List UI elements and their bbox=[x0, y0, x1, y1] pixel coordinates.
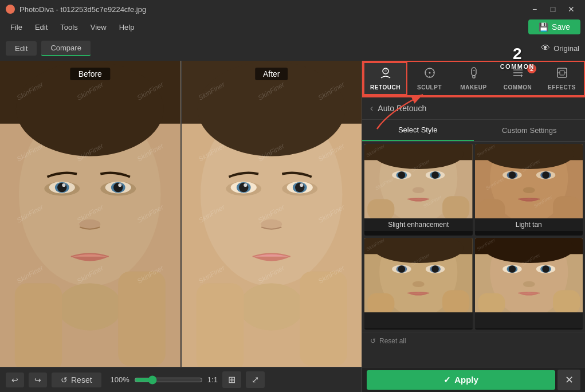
sculpt-icon bbox=[423, 66, 436, 82]
svg-point-16 bbox=[57, 283, 122, 330]
svg-point-32 bbox=[244, 183, 247, 187]
fullscreen-button[interactable]: ⤢ bbox=[246, 371, 265, 388]
undo-button[interactable]: ↩ bbox=[6, 373, 24, 387]
svg-point-99 bbox=[398, 265, 406, 273]
common-icon bbox=[512, 66, 524, 82]
sub-tabs: Select Style Custom Settings bbox=[362, 120, 585, 142]
menu-edit[interactable]: Edit bbox=[29, 21, 53, 34]
save-label: Save bbox=[552, 22, 570, 32]
titlebar-left: PhotoDiva - t012253d5c7e9224cfe.jpg bbox=[6, 5, 146, 14]
menu-view[interactable]: View bbox=[85, 21, 112, 34]
original-label: Original bbox=[553, 44, 579, 53]
svg-point-83 bbox=[542, 171, 549, 179]
select-style-tab[interactable]: Select Style bbox=[362, 120, 474, 141]
style-card-glamour[interactable]: SkinFiner SkinFiner bbox=[475, 238, 583, 330]
apply-bar: ✓ Apply ✕ bbox=[362, 367, 585, 392]
panel-content: ‹ Auto Retouch Select Style Custom Setti… bbox=[362, 97, 585, 367]
svg-point-100 bbox=[431, 265, 439, 273]
svg-rect-45 bbox=[472, 68, 476, 76]
svg-rect-37 bbox=[196, 283, 243, 367]
svg-rect-54 bbox=[560, 70, 564, 75]
svg-point-11 bbox=[57, 183, 66, 192]
reset-icon: ↺ bbox=[61, 375, 68, 385]
before-panel: Before bbox=[0, 61, 180, 367]
common-label: COMMON bbox=[504, 84, 532, 91]
svg-point-12 bbox=[113, 183, 123, 192]
svg-point-65 bbox=[398, 171, 406, 179]
toolbar-right: 👁 Original bbox=[541, 43, 579, 53]
minimize-button[interactable]: − bbox=[527, 2, 543, 16]
svg-rect-86 bbox=[478, 199, 505, 218]
after-label: After bbox=[255, 68, 288, 80]
compare-button[interactable]: Compare bbox=[41, 41, 90, 56]
after-face-svg bbox=[182, 61, 362, 367]
svg-point-33 bbox=[300, 183, 303, 187]
tab-bar-wrapper: RETOUCH SCULPT bbox=[362, 61, 585, 97]
style-card-3-img: SkinFiner SkinFiner bbox=[364, 238, 473, 312]
style-card-natural[interactable]: SkinFiner SkinFiner bbox=[364, 238, 473, 330]
svg-point-115 bbox=[542, 265, 549, 273]
tab-makeup[interactable]: MAKEUP bbox=[451, 62, 496, 95]
image-area: Before bbox=[0, 61, 362, 392]
menu-tools[interactable]: Tools bbox=[54, 21, 83, 34]
svg-rect-68 bbox=[442, 196, 469, 218]
tab-sculpt[interactable]: SCULPT bbox=[407, 62, 451, 95]
save-icon: 💾 bbox=[539, 22, 548, 32]
svg-point-84 bbox=[523, 187, 535, 193]
style-card-slight[interactable]: SkinFiner SkinFiner SkinFiner SkinFiner … bbox=[364, 144, 473, 236]
effects-icon bbox=[556, 66, 568, 82]
zoom-value: 100% bbox=[111, 375, 129, 384]
reset-all[interactable]: ↺ Reset all bbox=[362, 332, 585, 350]
back-arrow-icon: ‹ bbox=[370, 103, 373, 113]
svg-point-40 bbox=[429, 72, 430, 74]
svg-rect-102 bbox=[442, 290, 469, 312]
svg-point-116 bbox=[523, 281, 535, 287]
makeup-label: MAKEUP bbox=[460, 84, 486, 91]
fit-icon-button[interactable]: ⊞ bbox=[222, 371, 241, 388]
close-button[interactable]: ✕ bbox=[563, 2, 579, 16]
tab-retouch[interactable]: RETOUCH bbox=[363, 62, 407, 95]
svg-rect-118 bbox=[478, 293, 505, 312]
style-card-4-label bbox=[475, 312, 583, 328]
redo-button[interactable]: ↪ bbox=[29, 373, 47, 387]
zoom-slider[interactable] bbox=[134, 375, 203, 385]
titlebar-title: PhotoDiva - t012253d5c7e9224cfe.jpg bbox=[19, 5, 146, 14]
style-card-2-img: SkinFiner SkinFiner SkinFiner SkinFiner bbox=[475, 144, 583, 218]
style-card-2-label: Light tan bbox=[475, 218, 583, 231]
menu-help[interactable]: Help bbox=[113, 21, 140, 34]
reset-button[interactable]: ↺ Reset bbox=[52, 373, 101, 387]
menu-file[interactable]: File bbox=[5, 21, 28, 34]
style-card-1-img: SkinFiner SkinFiner SkinFiner SkinFiner bbox=[364, 144, 473, 218]
zoom-slider-container bbox=[134, 375, 203, 385]
svg-rect-18 bbox=[15, 283, 62, 367]
maximize-button[interactable]: □ bbox=[545, 2, 561, 16]
custom-settings-tab[interactable]: Custom Settings bbox=[474, 120, 586, 141]
makeup-icon bbox=[468, 66, 480, 82]
svg-point-31 bbox=[295, 183, 304, 192]
svg-point-101 bbox=[413, 281, 425, 287]
apply-button[interactable]: ✓ Apply bbox=[367, 370, 555, 390]
before-face-svg bbox=[0, 61, 180, 367]
edit-button[interactable]: Edit bbox=[6, 41, 37, 56]
after-image bbox=[182, 61, 362, 367]
tab-common[interactable]: COMMON 2 bbox=[496, 62, 540, 95]
tab-bar: RETOUCH SCULPT bbox=[363, 62, 584, 96]
sculpt-label: SCULPT bbox=[417, 84, 442, 91]
svg-point-13 bbox=[62, 183, 65, 187]
cancel-apply-button[interactable]: ✕ bbox=[557, 370, 580, 390]
save-button[interactable]: 💾 Save bbox=[528, 19, 580, 34]
svg-point-14 bbox=[118, 183, 121, 187]
svg-rect-103 bbox=[367, 293, 394, 312]
image-viewer: Before bbox=[0, 61, 362, 367]
svg-point-35 bbox=[239, 283, 304, 330]
style-card-lighttan[interactable]: SkinFiner SkinFiner SkinFiner SkinFiner … bbox=[475, 144, 583, 236]
svg-rect-85 bbox=[553, 196, 580, 218]
before-label: Before bbox=[70, 68, 110, 80]
style-grid: SkinFiner SkinFiner SkinFiner SkinFiner … bbox=[362, 142, 585, 332]
back-nav[interactable]: ‹ Auto Retouch bbox=[362, 97, 585, 120]
tab-effects[interactable]: EFFECTS bbox=[540, 62, 584, 95]
titlebar-controls[interactable]: − □ ✕ bbox=[527, 2, 579, 16]
right-panel: RETOUCH SCULPT bbox=[362, 61, 585, 392]
eye-icon: 👁 bbox=[541, 43, 550, 53]
retouch-icon bbox=[379, 66, 392, 82]
